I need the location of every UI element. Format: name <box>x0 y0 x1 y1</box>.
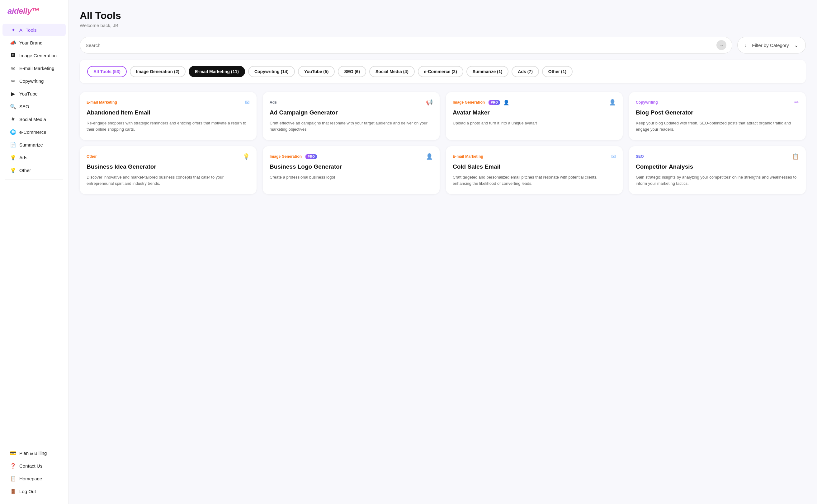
card-category-business-logo-generator: Image Generation <box>270 154 302 159</box>
sidebar-item-ecommerce[interactable]: 🌐 e-Commerce <box>2 126 66 138</box>
sidebar-item-ads[interactable]: 💡 Ads <box>2 151 66 164</box>
sidebar-icon-log-out: 🚪 <box>10 488 16 494</box>
card-header: E-mail Marketing ✉ <box>453 153 616 160</box>
card-header-left: E-mail Marketing <box>453 154 483 159</box>
filter-chip-copywriting[interactable]: Copywriting (14) <box>248 66 295 77</box>
card-title-business-logo-generator: Business Logo Generator <box>270 163 433 170</box>
card-desc-competitor-analysis: Gain strategic insights by analyzing you… <box>636 174 799 187</box>
card-header: Copywriting ✏ <box>636 99 799 106</box>
tool-card-cold-sales-email[interactable]: E-mail Marketing ✉ Cold Sales Email Craf… <box>446 146 623 194</box>
sidebar-icon-all-tools: ✦ <box>10 27 16 33</box>
card-header-left: Ads <box>270 100 277 105</box>
filter-chip-image[interactable]: Image Generation (2) <box>130 66 185 77</box>
sidebar-item-other[interactable]: 💡 Other <box>2 164 66 176</box>
card-icon-business-idea-generator: 💡 <box>243 153 250 160</box>
sidebar-label-your-brand: Your Brand <box>19 40 43 45</box>
card-category-competitor-analysis: SEO <box>636 154 644 159</box>
search-arrow-icon: → <box>719 43 724 48</box>
card-icon-abandoned-item-email: ✉ <box>245 99 250 106</box>
card-header: Image Generation PRO 👤 <box>270 153 433 160</box>
filter-chip-youtube[interactable]: YouTube (5) <box>298 66 335 77</box>
filter-chip-all[interactable]: All Tools (53) <box>87 66 127 77</box>
tool-card-avatar-maker[interactable]: Image Generation PRO 👤 👤 Avatar Maker Up… <box>446 92 623 140</box>
card-icon-ad-campaign-generator: 📢 <box>426 99 433 106</box>
card-category-business-idea-generator: Other <box>86 154 97 159</box>
sidebar-icon-homepage: 📋 <box>10 475 16 482</box>
filter-chip-social[interactable]: Social Media (4) <box>369 66 415 77</box>
filter-chip-summarize[interactable]: Summarize (1) <box>466 66 509 77</box>
card-icon-avatar-maker: 👤 <box>609 99 616 106</box>
sidebar-item-homepage[interactable]: 📋 Homepage <box>2 472 66 485</box>
tool-card-ad-campaign-generator[interactable]: Ads 📢 Ad Campaign Generator Craft effect… <box>263 92 440 140</box>
card-header: Image Generation PRO 👤 👤 <box>453 99 616 106</box>
sidebar-item-log-out[interactable]: 🚪 Log Out <box>2 485 66 497</box>
tool-card-business-idea-generator[interactable]: Other 💡 Business Idea Generator Discover… <box>80 146 257 194</box>
sidebar-icon-summarize: 📄 <box>10 142 16 148</box>
card-desc-abandoned-item-email: Re-engage shoppers with strategic remind… <box>86 120 250 133</box>
sidebar-item-contact-us[interactable]: ❓ Contact Us <box>2 460 66 472</box>
card-title-ad-campaign-generator: Ad Campaign Generator <box>270 109 433 116</box>
sidebar-item-seo[interactable]: 🔍 SEO <box>2 100 66 113</box>
sidebar-label-plan-billing: Plan & Billing <box>19 450 47 456</box>
card-title-business-idea-generator: Business Idea Generator <box>86 163 250 170</box>
sidebar-icon-contact-us: ❓ <box>10 463 16 469</box>
sidebar-item-social-media[interactable]: # Social Media <box>2 113 66 125</box>
sidebar-label-youtube: YouTube <box>19 91 38 96</box>
sidebar-icon-image-gen: 🖼 <box>10 52 16 58</box>
card-header-left: Image Generation PRO <box>270 154 317 159</box>
search-input[interactable] <box>86 43 713 48</box>
search-button[interactable]: → <box>717 40 726 50</box>
filter-by-category-button[interactable]: ↓ Filter by Category ⌄ <box>737 37 806 54</box>
sidebar-label-log-out: Log Out <box>19 489 36 494</box>
pro-badge: PRO <box>306 154 317 159</box>
card-category-blog-post-generator: Copywriting <box>636 100 658 105</box>
card-header: Other 💡 <box>86 153 250 160</box>
chevron-down-icon: ⌄ <box>794 42 799 49</box>
sidebar-icon-email-marketing: ✉ <box>10 65 16 71</box>
card-icon-cold-sales-email: ✉ <box>611 153 616 160</box>
filter-chip-email[interactable]: E-mail Marketing (11) <box>189 66 245 77</box>
tool-card-competitor-analysis[interactable]: SEO 📋 Competitor Analysis Gain strategic… <box>629 146 806 194</box>
sidebar-item-image-gen[interactable]: 🖼 Image Generation <box>2 49 66 62</box>
sidebar-item-your-brand[interactable]: 📣 Your Brand <box>2 36 66 49</box>
filter-chips-container: All Tools (53)Image Generation (2)E-mail… <box>80 60 806 83</box>
sidebar-item-summarize[interactable]: 📄 Summarize <box>2 138 66 151</box>
tool-card-blog-post-generator[interactable]: Copywriting ✏ Blog Post Generator Keep y… <box>629 92 806 140</box>
sidebar-item-email-marketing[interactable]: ✉ E-mail Marketing <box>2 62 66 74</box>
sidebar-icon-social-media: # <box>10 116 16 122</box>
card-desc-business-logo-generator: Create a professional business logo! <box>270 174 433 180</box>
card-desc-business-idea-generator: Discover innovative and market-tailored … <box>86 174 250 187</box>
sidebar-label-email-marketing: E-mail Marketing <box>19 66 54 71</box>
sidebar-item-plan-billing[interactable]: 💳 Plan & Billing <box>2 447 66 459</box>
card-desc-avatar-maker: Upload a photo and turn it into a unique… <box>453 120 616 126</box>
card-title-avatar-maker: Avatar Maker <box>453 109 616 116</box>
card-desc-cold-sales-email: Craft targeted and personalized email pi… <box>453 174 616 187</box>
tool-card-business-logo-generator[interactable]: Image Generation PRO 👤 Business Logo Gen… <box>263 146 440 194</box>
filter-chip-ecommerce[interactable]: e-Commerce (2) <box>418 66 463 77</box>
sidebar: aidelly™ ✦ All Tools 📣 Your Brand 🖼 Imag… <box>0 0 68 504</box>
tool-card-abandoned-item-email[interactable]: E-mail Marketing ✉ Abandoned Item Email … <box>80 92 257 140</box>
tools-grid: E-mail Marketing ✉ Abandoned Item Email … <box>80 92 806 194</box>
card-header: SEO 📋 <box>636 153 799 160</box>
sidebar-item-youtube[interactable]: ▶ YouTube <box>2 87 66 100</box>
card-category-abandoned-item-email: E-mail Marketing <box>86 100 117 105</box>
filter-chip-other[interactable]: Other (1) <box>542 66 572 77</box>
card-title-competitor-analysis: Competitor Analysis <box>636 163 799 170</box>
sidebar-icon-copywriting: ✏ <box>10 78 16 84</box>
sidebar-icon-ecommerce: 🌐 <box>10 129 16 135</box>
sidebar-divider <box>5 179 63 180</box>
sidebar-item-all-tools[interactable]: ✦ All Tools <box>2 24 66 36</box>
sidebar-item-copywriting[interactable]: ✏ Copywriting <box>2 75 66 87</box>
card-header-left: Copywriting <box>636 100 658 105</box>
filter-chip-seo[interactable]: SEO (6) <box>338 66 366 77</box>
sidebar-icon-plan-billing: 💳 <box>10 450 16 456</box>
sidebar-label-copywriting: Copywriting <box>19 78 44 84</box>
sidebar-label-other: Other <box>19 168 31 173</box>
search-box: → <box>80 37 732 54</box>
sidebar-label-ecommerce: e-Commerce <box>19 129 46 135</box>
card-header-left: Image Generation PRO 👤 <box>453 100 509 105</box>
filter-chip-ads[interactable]: Ads (7) <box>511 66 539 77</box>
card-header-left: SEO <box>636 154 644 159</box>
card-header-left: E-mail Marketing <box>86 100 117 105</box>
card-icon-blog-post-generator: ✏ <box>794 99 799 106</box>
